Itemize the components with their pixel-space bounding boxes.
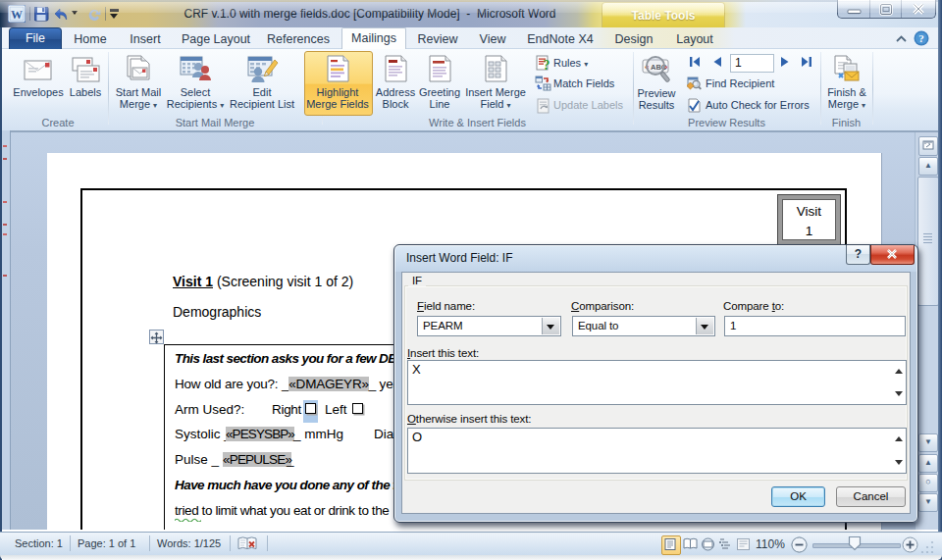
- svg-text:?: ?: [918, 32, 924, 44]
- svg-text:W: W: [11, 8, 23, 22]
